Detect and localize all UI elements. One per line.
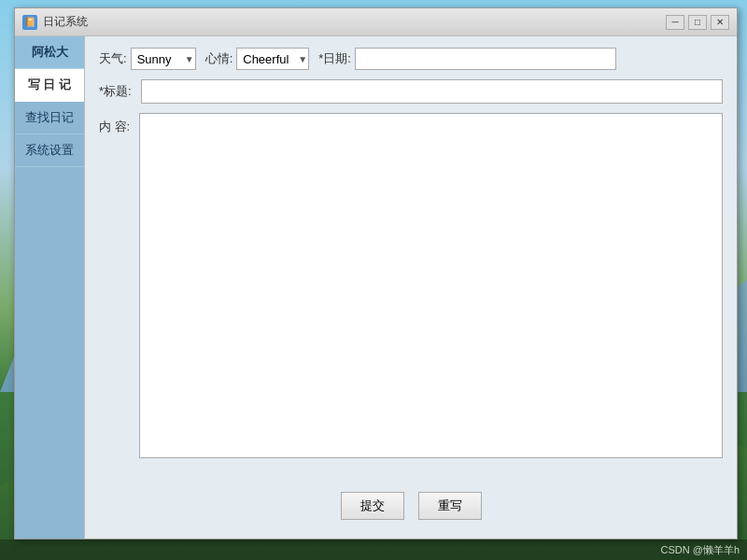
form-row-content: 内 容: xyxy=(99,113,723,475)
submit-button[interactable]: 提交 xyxy=(341,492,404,520)
mood-select-wrapper: Cheerful Happy Sad Angry Calm ▼ xyxy=(236,48,309,70)
button-row: 提交 重写 xyxy=(99,484,723,527)
bottom-bar: CSDN @懒羊羊h xyxy=(0,539,747,560)
main-content: 阿松大 写 日 记 查找日记 系统设置 天气: Sunny xyxy=(15,36,737,539)
bottom-text: CSDN @懒羊羊h xyxy=(660,543,740,557)
restore-button[interactable]: □ xyxy=(688,15,707,30)
title-input[interactable] xyxy=(141,79,723,104)
minimize-button[interactable]: ─ xyxy=(666,15,684,30)
reset-button[interactable]: 重写 xyxy=(418,492,482,520)
weather-group: 天气: Sunny Cloudy Rainy Snowy ▼ xyxy=(99,48,196,70)
sidebar: 阿松大 写 日 记 查找日记 系统设置 xyxy=(15,36,85,539)
window-icon: 📔 xyxy=(22,15,37,30)
content-label: 内 容: xyxy=(99,119,130,135)
sidebar-user: 阿松大 xyxy=(15,36,84,69)
form-row-top: 天气: Sunny Cloudy Rainy Snowy ▼ 心情: xyxy=(99,48,723,70)
weather-select[interactable]: Sunny Cloudy Rainy Snowy xyxy=(131,48,196,70)
main-window: 📔 日记系统 ─ □ ✕ 阿松大 写 日 记 查找日记 系统设置 xyxy=(14,7,738,539)
close-button[interactable]: ✕ xyxy=(711,15,729,30)
mood-label: 心情: xyxy=(205,50,233,67)
form-row-title: *标题: xyxy=(99,79,723,104)
date-group: *日期: xyxy=(318,48,616,70)
title-bar: 📔 日记系统 ─ □ ✕ xyxy=(15,8,737,36)
title-label: *标题: xyxy=(99,83,132,100)
mood-group: 心情: Cheerful Happy Sad Angry Calm ▼ xyxy=(205,48,310,70)
weather-label: 天气: xyxy=(99,50,127,67)
mood-select[interactable]: Cheerful Happy Sad Angry Calm xyxy=(236,48,309,70)
weather-select-wrapper: Sunny Cloudy Rainy Snowy ▼ xyxy=(131,48,196,70)
content-textarea[interactable] xyxy=(139,113,723,458)
sidebar-item-find-diary[interactable]: 查找日记 xyxy=(15,102,84,134)
date-input[interactable] xyxy=(355,48,616,70)
window-title: 日记系统 xyxy=(43,14,666,30)
form-area: 天气: Sunny Cloudy Rainy Snowy ▼ 心情: xyxy=(85,36,737,539)
sidebar-item-write-diary[interactable]: 写 日 记 xyxy=(15,69,84,102)
date-label: *日期: xyxy=(318,50,351,67)
sidebar-item-settings[interactable]: 系统设置 xyxy=(15,134,84,167)
window-controls: ─ □ ✕ xyxy=(666,15,729,30)
